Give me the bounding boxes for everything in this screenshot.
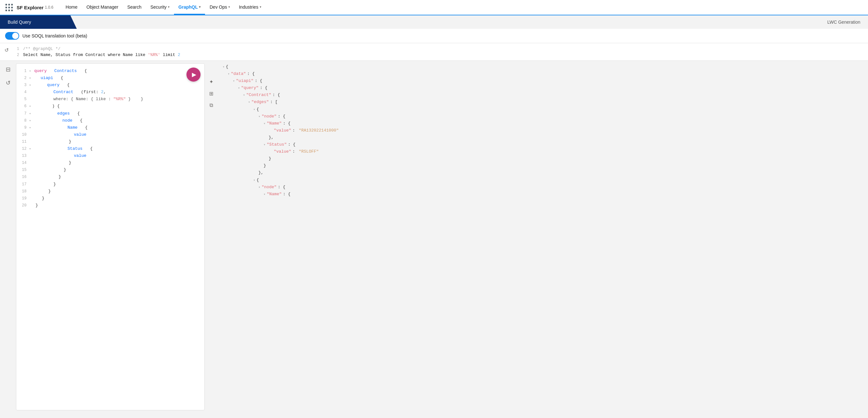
- gql-line-15: 15 }: [19, 167, 202, 174]
- play-icon: ▶: [192, 71, 196, 78]
- gql-line-9: 9 ▾ Name {: [19, 124, 202, 131]
- gql-line-6: 6 ▾ ) {: [19, 103, 202, 110]
- json-line-name-value: "value": "RA132022141000": [223, 127, 863, 134]
- gql-line-8: 8 ▾ node {: [19, 117, 202, 124]
- json-line-edge1: ▾ {: [223, 177, 863, 184]
- soql-line2: Select Name, Status from Contract where …: [23, 53, 180, 57]
- copy-icon[interactable]: ⧉: [210, 102, 213, 108]
- industries-chevron-icon: ▾: [260, 5, 261, 9]
- top-nav: SF Explorer 1.0.6 Home Object Manager Se…: [0, 0, 868, 16]
- nav-security[interactable]: Security ▾: [146, 0, 174, 15]
- gql-line-10: 10 value: [19, 131, 202, 138]
- format-icon[interactable]: ⊞: [209, 91, 213, 97]
- graphql-code-editor[interactable]: 1 ▾ query Contracts { 2 ▾ uiapi { 3 ▾ qu…: [16, 64, 205, 410]
- gql-line-19: 19 }: [19, 195, 202, 202]
- right-actions: ✦ ⊞ ⧉: [205, 61, 217, 413]
- schema-icon[interactable]: ⊟: [6, 66, 10, 73]
- gql-line-5: 5 where: { Name: { like : "%R%" } }: [19, 96, 202, 103]
- json-line-node0-close: }: [223, 162, 863, 169]
- json-line-status-value: "value": "RSLOFF": [223, 148, 863, 155]
- gql-line-16: 16 }: [19, 174, 202, 180]
- nav-devops[interactable]: Dev Ops ▾: [205, 0, 234, 15]
- left-sidebar: ⊟ ↺: [0, 61, 16, 413]
- nav-industries[interactable]: Industries ▾: [235, 0, 266, 15]
- gql-line-2: 2 ▾ uiapi {: [19, 74, 202, 82]
- json-result-panel: ▾ { ▾ "data": { ▾ "uiapi": { ▾ "query": …: [217, 61, 868, 413]
- gql-line-3: 3 ▾ query {: [19, 82, 202, 89]
- json-line-node1: ▾ "node": {: [223, 184, 863, 191]
- tab-bar: Build Query LWC Generation: [0, 16, 868, 29]
- soql-label: Use SOQL translation tool (beta): [22, 33, 87, 38]
- gql-line-20: 20 }: [19, 202, 202, 209]
- json-line-edge0: ▾ {: [223, 106, 863, 113]
- graphql-panel: 1 ▾ query Contracts { 2 ▾ uiapi { 3 ▾ qu…: [16, 63, 205, 410]
- magic-wand-icon[interactable]: ✦: [209, 79, 213, 85]
- gql-line-7: 7 ▾ edges {: [19, 110, 202, 117]
- json-line-uiapi: ▾ "uiapi": {: [223, 78, 863, 85]
- toggle-knob: [12, 33, 19, 39]
- soql-editor: ↺ 1 /** @graphQL */ 2 Select Name, Statu…: [0, 43, 868, 61]
- app-version: 1.0.6: [45, 5, 54, 9]
- json-line-edges: ▾ "edges": [: [223, 98, 863, 106]
- nav-search[interactable]: Search: [123, 0, 146, 15]
- gql-line-14: 14 }: [19, 159, 202, 167]
- app-name: SF Explorer: [17, 5, 43, 10]
- tab-build-query[interactable]: Build Query: [0, 16, 77, 29]
- json-line-root: ▾ {: [223, 63, 863, 70]
- soql-code: 1 /** @graphQL */ 2 Select Name, Status …: [13, 46, 868, 58]
- gql-line-18: 18 }: [19, 188, 202, 195]
- json-line-node0: ▾ "node": {: [223, 113, 863, 120]
- json-line-edge0-close: },: [223, 169, 863, 176]
- tab-lwc-generation[interactable]: LWC Generation: [820, 16, 868, 29]
- soql-line1: /** @graphQL */: [23, 47, 60, 51]
- json-line-status0: ▾ "Status": {: [223, 141, 863, 148]
- gql-line-12: 12 ▾ Status {: [19, 145, 202, 152]
- json-line-contract: ▾ "Contract": {: [223, 92, 863, 98]
- json-line-data: ▾ "data": {: [223, 70, 863, 78]
- json-line-name-close: },: [223, 134, 863, 141]
- json-line-query: ▾ "query": {: [223, 85, 863, 92]
- history-icon[interactable]: ↺: [6, 79, 10, 86]
- nav-object-manager[interactable]: Object Manager: [82, 0, 123, 15]
- soql-bar: Use SOQL translation tool (beta): [0, 29, 868, 43]
- gql-line-11: 11 }: [19, 138, 202, 145]
- devops-chevron-icon: ▾: [228, 5, 230, 9]
- graphql-chevron-icon: ▾: [199, 5, 200, 9]
- main-area: ⊟ ↺ 1 ▾ query Contracts { 2 ▾ uiapi { 3 …: [0, 61, 868, 413]
- nav-graphql[interactable]: GraphQL ▾: [174, 0, 205, 15]
- security-chevron-icon: ▾: [168, 5, 169, 9]
- nav-home[interactable]: Home: [61, 0, 82, 15]
- json-line-status-close: }: [223, 155, 863, 162]
- soql-toggle[interactable]: [5, 32, 19, 40]
- nav-items: Home Object Manager Search Security ▾ Gr…: [61, 0, 266, 15]
- gql-line-13: 13 value: [19, 152, 202, 159]
- json-line-name1: ▾ "Name": {: [223, 191, 863, 198]
- grid-menu-icon[interactable]: [4, 2, 14, 12]
- gql-line-17: 17 }: [19, 181, 202, 188]
- gql-line-1: 1 ▾ query Contracts {: [19, 67, 202, 74]
- soql-history-icon[interactable]: ↺: [0, 46, 13, 53]
- run-button[interactable]: ▶: [186, 67, 200, 82]
- gql-line-4: 4 Contract (first: 2,: [19, 89, 202, 96]
- json-line-name0: ▾ "Name": {: [223, 120, 863, 127]
